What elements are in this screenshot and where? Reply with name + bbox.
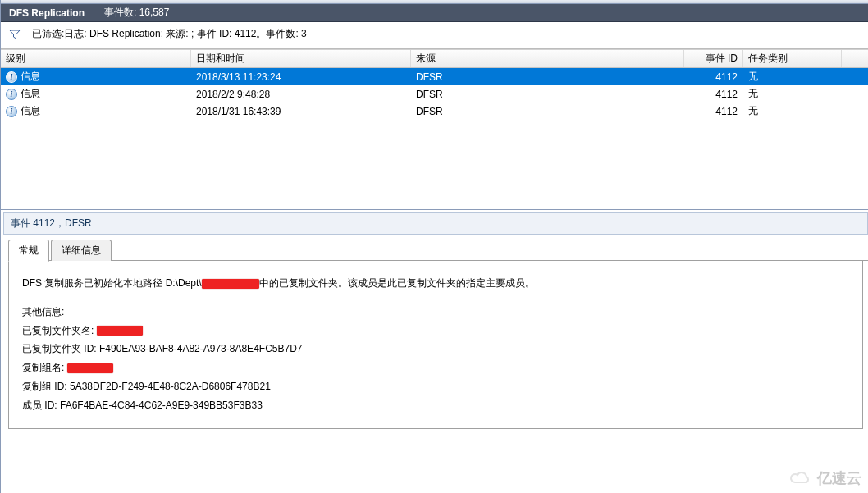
- col-header-category[interactable]: 任务类别: [743, 50, 842, 67]
- detail-title: 事件 4112，DFSR: [3, 212, 868, 235]
- other-info-label: 其他信息:: [22, 303, 849, 322]
- event-list[interactable]: i信息2018/3/13 11:23:24DFSR4112无i信息2018/2/…: [1, 68, 868, 120]
- redacted-folder-name: [97, 326, 143, 336]
- group-id-label: 复制组 ID:: [22, 381, 70, 392]
- row-datetime: 2018/2/2 9:48:28: [191, 85, 411, 103]
- redacted-path: [202, 279, 259, 289]
- log-title-bar: DFS Replication 事件数: 16,587: [1, 4, 868, 22]
- row-category: 无: [743, 68, 842, 85]
- info-icon: i: [6, 106, 17, 117]
- filter-icon: [9, 29, 21, 40]
- row-event-id: 4112: [684, 85, 743, 103]
- row-level: 信息: [21, 104, 40, 118]
- filter-bar: 已筛选:日志: DFS Replication; 来源: ; 事件 ID: 41…: [1, 22, 868, 50]
- row-event-id: 4112: [684, 103, 743, 120]
- col-header-source[interactable]: 来源: [411, 50, 684, 67]
- member-id-value: FA6F4BAE-4C84-4C62-A9E9-349BB53F3B33: [60, 399, 263, 411]
- info-icon: i: [6, 89, 17, 100]
- row-event-id: 4112: [684, 68, 743, 85]
- folder-name-label: 已复制文件夹名:: [22, 325, 97, 336]
- row-level: 信息: [21, 70, 40, 84]
- col-header-event-id[interactable]: 事件 ID: [684, 50, 743, 67]
- row-category: 无: [743, 85, 842, 103]
- event-count: 事件数: 16,587: [104, 6, 169, 20]
- group-id-value: 5A38DF2D-F249-4E48-8C2A-D6806F478B21: [70, 381, 271, 392]
- info-icon: i: [6, 71, 17, 83]
- log-title: DFS Replication: [9, 7, 85, 19]
- tab-general[interactable]: 常规: [8, 240, 49, 262]
- col-header-datetime[interactable]: 日期和时间: [191, 50, 411, 67]
- folder-id-label: 已复制文件夹 ID:: [22, 343, 99, 354]
- row-datetime: 2018/1/31 16:43:39: [191, 103, 411, 120]
- row-level: 信息: [21, 87, 40, 101]
- redacted-group-name: [67, 363, 113, 373]
- event-list-header[interactable]: 级别 日期和时间 来源 事件 ID 任务类别: [1, 50, 868, 68]
- col-header-level[interactable]: 级别: [1, 50, 191, 67]
- row-category: 无: [743, 103, 842, 120]
- filter-text: 已筛选:日志: DFS Replication; 来源: ; 事件 ID: 41…: [32, 27, 307, 41]
- event-row[interactable]: i信息2018/3/13 11:23:24DFSR4112无: [1, 68, 868, 85]
- event-row[interactable]: i信息2018/1/31 16:43:39DFSR4112无: [1, 103, 868, 120]
- row-source: DFSR: [411, 103, 684, 120]
- row-source: DFSR: [411, 85, 684, 103]
- tab-details[interactable]: 详细信息: [51, 240, 112, 261]
- detail-line1-prefix: DFS 复制服务已初始化本地路径 D:\Dept\: [22, 277, 202, 289]
- event-row[interactable]: i信息2018/2/2 9:48:28DFSR4112无: [1, 85, 868, 103]
- group-name-label: 复制组名:: [22, 362, 67, 373]
- member-id-label: 成员 ID:: [22, 399, 60, 411]
- event-detail-pane: 事件 4112，DFSR 常规 详细信息 DFS 复制服务已初始化本地路径 D:…: [1, 210, 868, 429]
- row-source: DFSR: [411, 68, 684, 85]
- folder-id-value: F490EA93-BAF8-4A82-A973-8A8E4FC5B7D7: [99, 343, 302, 354]
- detail-body: DFS 复制服务已初始化本地路径 D:\Dept\中的已复制文件夹。该成员是此已…: [8, 261, 863, 429]
- row-datetime: 2018/3/13 11:23:24: [191, 68, 411, 85]
- detail-line1-suffix: 中的已复制文件夹。该成员是此已复制文件夹的指定主要成员。: [259, 277, 535, 289]
